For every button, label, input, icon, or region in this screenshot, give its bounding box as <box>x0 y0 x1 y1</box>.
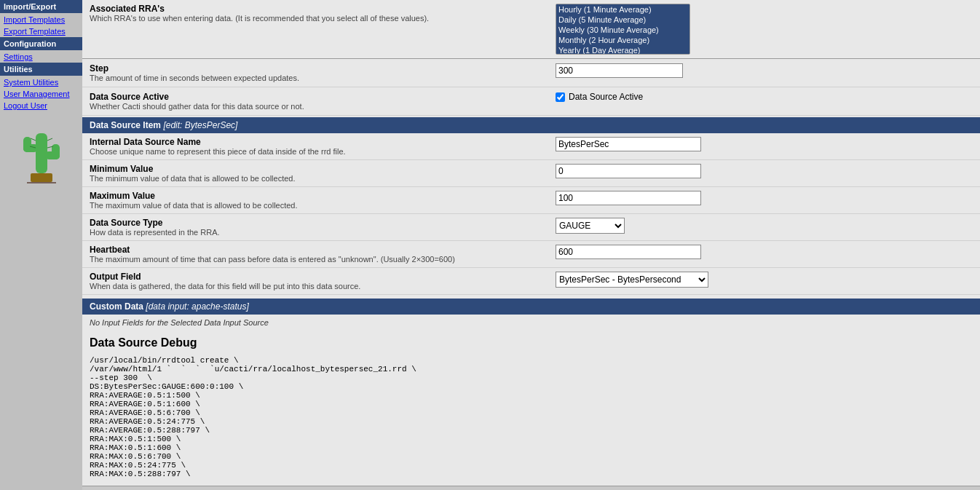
import-templates-item[interactable]: Import Templates <box>0 14 82 25</box>
ds-active-label-col: Data Source Active Whether Cacti should … <box>90 92 556 111</box>
debug-title: Data Source Debug <box>82 331 980 352</box>
step-row: Step The amount of time in seconds betwe… <box>82 59 980 87</box>
logout-user-item[interactable]: Logout User <box>0 100 82 111</box>
heartbeat-input[interactable] <box>556 245 701 259</box>
ds-type-select[interactable]: GAUGE COUNTER DERIVE ABSOLUTE <box>556 218 625 234</box>
import-export-header: Import/Export <box>0 0 82 13</box>
output-field-row: Output Field When data is gathered, the … <box>82 268 980 295</box>
main-content: Associated RRA's Which RRA's to use when… <box>82 0 980 490</box>
min-value-value-col <box>556 164 973 178</box>
rra-select[interactable]: Hourly (1 Minute Average) Daily (5 Minut… <box>556 4 690 55</box>
custom-data-header: Custom Data [data input: apache-status] <box>82 299 980 315</box>
ds-active-desc: Whether Cacti should gather data for thi… <box>90 102 548 111</box>
step-label: Step <box>90 63 548 74</box>
custom-data-edit-label: [data input: apache-status] <box>146 301 248 312</box>
max-value-value-col <box>556 191 973 205</box>
step-value-col <box>556 63 973 78</box>
svg-rect-2 <box>23 137 31 152</box>
internal-name-desc: Choose unique name to represent this pie… <box>90 147 548 156</box>
min-value-label-col: Minimum Value The minimum value of data … <box>90 164 556 183</box>
step-input[interactable] <box>556 63 683 78</box>
max-value-input[interactable] <box>556 191 701 205</box>
rra-section: Associated RRA's Which RRA's to use when… <box>82 0 980 59</box>
heartbeat-row: Heartbeat The maximum amount of time tha… <box>82 241 980 268</box>
svg-line-7 <box>47 138 52 141</box>
ds-item-title: Data Source Item <box>90 120 161 130</box>
ds-type-label: Data Source Type <box>90 218 548 228</box>
output-field-value-col: BytesPerSec - BytesPersecond <box>556 272 973 288</box>
max-value-label-col: Maximum Value The maximum value of data … <box>90 191 556 210</box>
ds-active-value-col: Data Source Active <box>556 92 973 102</box>
rra-label-desc: Which RRA's to use when entering data. (… <box>90 14 548 23</box>
min-value-desc: The minimum value of data that is allowe… <box>90 174 548 183</box>
internal-name-row: Internal Data Source Name Choose unique … <box>82 133 980 160</box>
step-desc: The amount of time in seconds between ex… <box>90 74 548 82</box>
cactus-logo <box>0 111 82 191</box>
output-field-desc: When data is gathered, the data for this… <box>90 282 548 291</box>
ds-active-checkbox[interactable] <box>556 92 565 102</box>
output-field-select[interactable]: BytesPerSec - BytesPersecond <box>556 272 708 288</box>
configuration-header: Configuration <box>0 37 82 50</box>
ds-type-value-col: GAUGE COUNTER DERIVE ABSOLUTE <box>556 218 973 234</box>
internal-name-label-col: Internal Data Source Name Choose unique … <box>90 137 556 156</box>
heartbeat-desc: The maximum amount of time that can pass… <box>90 255 548 264</box>
sidebar: Import/Export Import Templates Export Te… <box>0 0 82 490</box>
max-value-label: Maximum Value <box>90 191 548 201</box>
heartbeat-label: Heartbeat <box>90 245 548 255</box>
rra-select-col: Hourly (1 Minute Average) Daily (5 Minut… <box>556 4 973 55</box>
ds-active-row: Data Source Active Whether Cacti should … <box>82 87 980 116</box>
system-utilities-item[interactable]: System Utilities <box>0 76 82 88</box>
ds-active-checkbox-text: Data Source Active <box>569 92 643 102</box>
max-value-desc: The maximum value of data that is allowe… <box>90 201 548 210</box>
ds-active-checkbox-label[interactable]: Data Source Active <box>556 92 643 102</box>
utilities-header: Utilities <box>0 63 82 76</box>
step-label-col: Step The amount of time in seconds betwe… <box>90 63 556 82</box>
ds-item-edit-label: [edit: BytesPerSec] <box>163 120 237 130</box>
svg-rect-0 <box>36 133 47 173</box>
custom-data-note: No Input Fields for the Selected Data In… <box>82 315 980 331</box>
debug-code: /usr/local/bin/rrdtool create \ /var/www… <box>82 352 980 486</box>
max-value-row: Maximum Value The maximum value of data … <box>82 187 980 214</box>
footer-bar: cancel s <box>82 486 980 490</box>
internal-name-value-col <box>556 137 973 151</box>
export-templates-item[interactable]: Export Templates <box>0 25 82 37</box>
min-value-input[interactable] <box>556 164 701 178</box>
heartbeat-label-col: Heartbeat The maximum amount of time tha… <box>90 245 556 264</box>
min-value-row: Minimum Value The minimum value of data … <box>82 160 980 187</box>
internal-name-input[interactable] <box>556 137 701 151</box>
ds-item-header: Data Source Item [edit: BytesPerSec] <box>82 117 980 133</box>
internal-name-label: Internal Data Source Name <box>90 137 548 147</box>
ds-type-label-col: Data Source Type How data is represented… <box>90 218 556 237</box>
user-management-item[interactable]: User Management <box>0 88 82 100</box>
ds-type-row: Data Source Type How data is represented… <box>82 214 980 241</box>
svg-rect-9 <box>31 173 52 182</box>
settings-item[interactable]: Settings <box>0 51 82 63</box>
ds-active-label: Data Source Active <box>90 92 548 102</box>
min-value-label: Minimum Value <box>90 164 548 174</box>
ds-type-desc: How data is represented in the RRA. <box>90 228 548 237</box>
heartbeat-value-col <box>556 245 973 259</box>
output-field-label: Output Field <box>90 272 548 282</box>
rra-label-title: Associated RRA's <box>90 4 548 14</box>
svg-line-5 <box>31 138 36 141</box>
custom-data-title: Custom Data <box>90 301 143 312</box>
rra-label-col: Associated RRA's Which RRA's to use when… <box>90 4 556 55</box>
output-field-label-col: Output Field When data is gathered, the … <box>90 272 556 291</box>
